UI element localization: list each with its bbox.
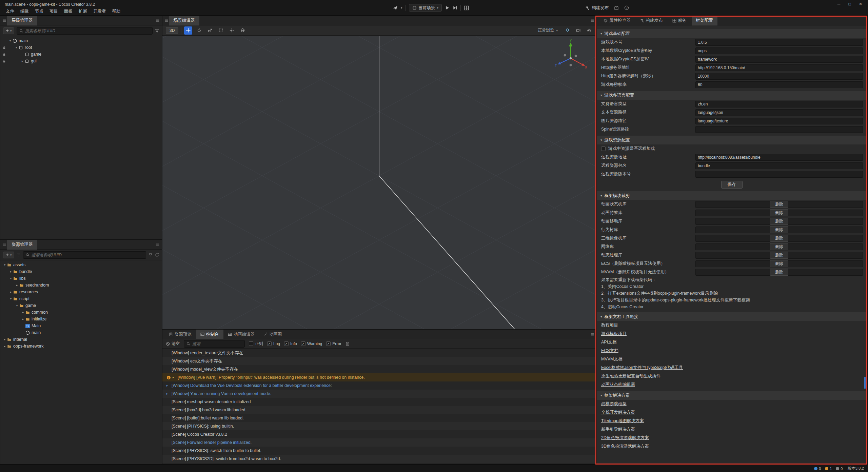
menu-item[interactable]: 节点 [32, 8, 46, 15]
solution-link[interactable]: 战棋游戏框架 [601, 401, 627, 407]
create-node-button[interactable]: ▾ [3, 27, 14, 34]
console-search-input[interactable] [192, 341, 245, 346]
log-row[interactable]: [Scene] [PHYSICS]: using builtin. [162, 422, 596, 430]
expand-arrow[interactable]: ▸ [2, 345, 7, 348]
tree-node[interactable]: TSMain [0, 322, 162, 329]
orientation-gizmo[interactable]: Y X Z [553, 39, 587, 73]
panel-menu-icon[interactable] [2, 19, 6, 23]
log-row[interactable]: [Window] ecs文件夹不存在 [162, 357, 596, 365]
checkbox-info[interactable] [284, 341, 289, 346]
log-row[interactable]: [Scene] [bullet]:bullet wasm lib loaded. [162, 414, 596, 422]
checkbox-log[interactable] [267, 341, 272, 346]
property-input[interactable] [695, 64, 863, 71]
menu-item[interactable]: 项目 [46, 8, 61, 15]
property-input[interactable] [695, 56, 863, 63]
tab-动画图[interactable]: 动画图 [259, 330, 287, 339]
mode-3d-button[interactable]: 3D [166, 27, 178, 34]
more-menu-icon[interactable] [156, 243, 160, 247]
section-header-module-trim[interactable]: ▾ 框架模块裁剪 [597, 191, 866, 200]
doc-link[interactable]: 动画状态机编辑器 [601, 382, 635, 388]
doc-link[interactable]: 教程项目 [601, 322, 618, 328]
tree-node[interactable]: ▾game [0, 302, 162, 309]
filter-icon[interactable] [149, 253, 153, 257]
log-row[interactable]: [Scene] [box2d]:box2d wasm lib loaded. [162, 406, 596, 414]
tree-node[interactable]: ▾libs [0, 275, 162, 282]
lighting-toggle[interactable] [563, 26, 571, 35]
tree-node[interactable]: main [0, 329, 162, 336]
regex-checkbox[interactable] [249, 341, 253, 346]
filter-log[interactable]: Log [267, 341, 280, 346]
tab-服务[interactable]: 服务 [668, 16, 691, 25]
log-row[interactable]: ▸[Window] You are running Vue in develop… [162, 390, 596, 398]
tab-框架配置[interactable]: 框架配置 [692, 16, 717, 25]
preview-chevron-icon[interactable]: ▾ [401, 6, 402, 9]
anchor-tool[interactable] [228, 26, 236, 35]
tree-node[interactable]: ▸seedrandom [0, 282, 162, 289]
layout-grid-icon[interactable] [464, 5, 469, 11]
section-header-language-config[interactable]: ▾ 游戏多语言配置 [597, 91, 866, 100]
scrollbar-thumb[interactable] [864, 377, 866, 389]
build-publish-button[interactable]: 构建发布 [585, 5, 609, 11]
expand-arrow[interactable]: ▸ [15, 283, 19, 287]
checkbox-warning[interactable] [301, 341, 305, 346]
menu-item[interactable]: 面板 [61, 8, 76, 15]
section-header-docs-links[interactable]: ▾ 框架文档工具链接 [597, 312, 866, 321]
tab-动画编辑器[interactable]: 动画编辑器 [223, 330, 259, 339]
expand-arrow[interactable]: ▸ [8, 290, 13, 294]
expander-icon[interactable]: ▸ [166, 392, 172, 395]
step-button[interactable] [453, 5, 457, 10]
assets-search[interactable] [23, 251, 146, 259]
tab-scene-editor[interactable]: 场景编辑器 [169, 16, 199, 25]
log-row[interactable]: ▸[Window] Download the Vue Devtools exte… [162, 381, 596, 390]
expander-icon[interactable]: ▸ [173, 376, 178, 379]
refresh-icon[interactable] [155, 253, 159, 257]
solution-link[interactable]: 2D角色扮演游戏解决方案 [601, 435, 649, 441]
doc-link[interactable]: 原生包热更新配置自动生成插件 [601, 373, 660, 379]
more-menu-icon[interactable] [590, 332, 594, 336]
solution-link[interactable]: 全栈开发解决方案 [601, 410, 635, 415]
doc-link[interactable]: ECS文档 [601, 348, 618, 354]
remote-load-checkbox[interactable] [601, 146, 606, 151]
more-menu-icon[interactable] [156, 19, 160, 23]
property-input[interactable] [695, 154, 863, 161]
delete-button[interactable]: 删除 [770, 243, 788, 250]
doc-link[interactable]: 游戏模板项目 [601, 331, 627, 337]
solution-link[interactable]: Tiledmap地图解决方案 [601, 418, 644, 424]
hierarchy-search[interactable] [17, 27, 153, 35]
menu-item[interactable]: 文件 [3, 8, 17, 15]
tree-node[interactable]: ▾script [0, 295, 162, 302]
save-button[interactable]: 保存 [721, 181, 743, 189]
log-file-icon[interactable] [346, 342, 350, 346]
delete-button[interactable]: 删除 [770, 260, 788, 267]
scale-tool[interactable] [206, 26, 214, 35]
menu-item[interactable]: 帮助 [109, 8, 124, 15]
tab-属性检查器[interactable]: 属性检查器 [599, 16, 635, 25]
property-input[interactable] [695, 47, 863, 54]
delete-button[interactable]: 删除 [770, 201, 788, 208]
property-input[interactable] [695, 81, 863, 88]
expand-arrow[interactable]: ▸ [8, 270, 13, 273]
tab-控制台[interactable]: 控制台 [196, 330, 223, 339]
delete-button[interactable]: 删除 [770, 209, 788, 216]
sort-icon[interactable] [17, 253, 21, 257]
tree-node[interactable]: ▾root [0, 44, 162, 51]
log-row[interactable]: !▸[Window] [Vue warn]: Property "onInput… [162, 373, 596, 381]
tab-资源预览[interactable]: 资源预览 [164, 330, 196, 339]
tree-node[interactable]: ▾main [0, 37, 162, 44]
scene-viewport[interactable]: Y X Z [162, 36, 596, 329]
help-icon[interactable]: ? [624, 5, 629, 10]
doc-link[interactable]: API文档 [601, 339, 616, 345]
delete-button[interactable]: 删除 [770, 218, 788, 225]
package-icon[interactable] [614, 5, 619, 10]
property-input[interactable] [695, 126, 863, 133]
tab-assets[interactable]: 资源管理器 [7, 240, 37, 250]
section-header-resource-config[interactable]: ▾ 游戏资源配置 [597, 136, 866, 144]
expand-arrow[interactable]: ▸ [21, 317, 25, 321]
close-button[interactable]: ✕ [855, 0, 866, 8]
filter-info[interactable]: Info [284, 341, 297, 346]
property-input[interactable] [695, 118, 863, 124]
delete-button[interactable]: 删除 [770, 252, 788, 259]
tree-node[interactable]: ▸common [0, 309, 162, 316]
expand-arrow[interactable]: ▾ [8, 277, 13, 280]
tree-node[interactable]: ▸initialize [0, 316, 162, 322]
